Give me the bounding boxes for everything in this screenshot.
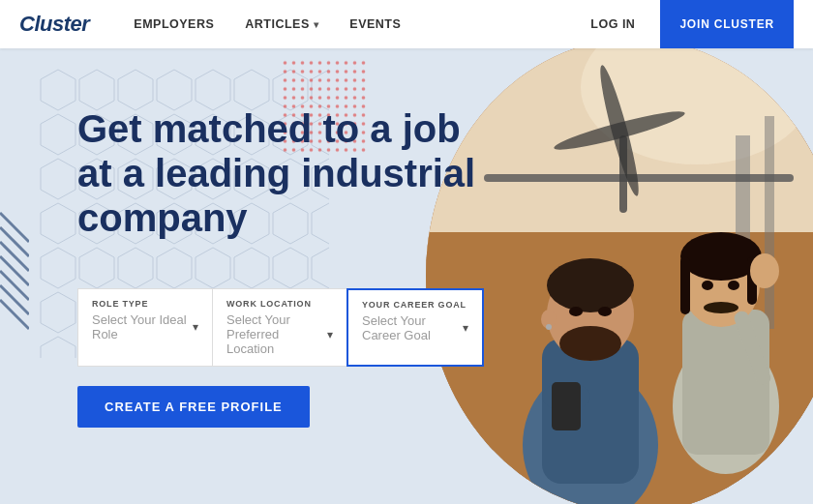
role-type-chevron-icon: ▾	[193, 320, 198, 334]
hero-section: Get matched to a job at a leading indust…	[0, 48, 813, 504]
role-type-value: Select Your Ideal Role ▾	[92, 312, 198, 341]
nav-articles[interactable]: ARTICLES ▾	[229, 0, 334, 48]
hero-title: Get matched to a job at a leading indust…	[77, 106, 484, 240]
role-type-filter[interactable]: ROLE TYPE Select Your Ideal Role ▾	[77, 288, 212, 367]
svg-rect-29	[682, 310, 769, 455]
header: Cluster EMPLOYERS ARTICLES ▾ EVENTS LOG …	[0, 0, 813, 48]
svg-line-8	[0, 271, 29, 300]
svg-point-35	[702, 281, 713, 290]
logo[interactable]: Cluster	[19, 12, 89, 37]
filters-row: ROLE TYPE Select Your Ideal Role ▾ WORK …	[77, 288, 484, 367]
svg-rect-32	[680, 256, 690, 314]
svg-point-20	[547, 258, 634, 312]
work-location-value: Select Your Preferred Location ▾	[226, 312, 333, 356]
join-cluster-button[interactable]: JOIN CLUSTER	[660, 0, 794, 48]
svg-line-10	[0, 300, 29, 329]
articles-chevron-icon: ▾	[314, 19, 319, 30]
svg-line-6	[0, 242, 29, 271]
diagonal-lines-decoration	[0, 203, 29, 339]
work-location-filter[interactable]: WORK LOCATION Select Your Preferred Loca…	[212, 288, 346, 367]
svg-line-5	[0, 227, 29, 256]
career-goal-chevron-icon: ▾	[463, 321, 468, 335]
svg-rect-39	[484, 174, 794, 182]
svg-point-34	[704, 302, 738, 313]
svg-point-21	[559, 326, 621, 361]
career-goal-label: YOUR CAREER GOAL	[362, 300, 468, 310]
svg-point-36	[728, 281, 739, 290]
svg-rect-27	[552, 382, 581, 430]
svg-point-38	[750, 253, 779, 288]
header-right: LOG IN JOIN CLUSTER	[575, 0, 794, 48]
main-nav: EMPLOYERS ARTICLES ▾ EVENTS	[118, 0, 575, 48]
svg-line-7	[0, 256, 29, 285]
svg-point-24	[569, 307, 583, 316]
nav-events[interactable]: EVENTS	[334, 0, 416, 48]
svg-rect-16	[765, 116, 774, 329]
svg-line-4	[0, 213, 29, 242]
hero-image	[426, 48, 813, 504]
hero-content: Get matched to a job at a leading indust…	[77, 106, 484, 428]
nav-employers[interactable]: EMPLOYERS	[118, 0, 229, 48]
svg-point-25	[598, 307, 612, 316]
create-profile-button[interactable]: CREATE A FREE PROFILE	[77, 386, 310, 428]
work-location-chevron-icon: ▾	[327, 328, 333, 341]
svg-line-9	[0, 285, 29, 314]
career-goal-value: Select Your Career Goal ▾	[362, 313, 468, 342]
login-button[interactable]: LOG IN	[575, 17, 650, 31]
work-location-label: WORK LOCATION	[226, 299, 333, 309]
career-goal-filter[interactable]: YOUR CAREER GOAL Select Your Career Goal…	[346, 288, 484, 367]
svg-point-23	[546, 324, 552, 330]
role-type-label: ROLE TYPE	[92, 299, 198, 309]
